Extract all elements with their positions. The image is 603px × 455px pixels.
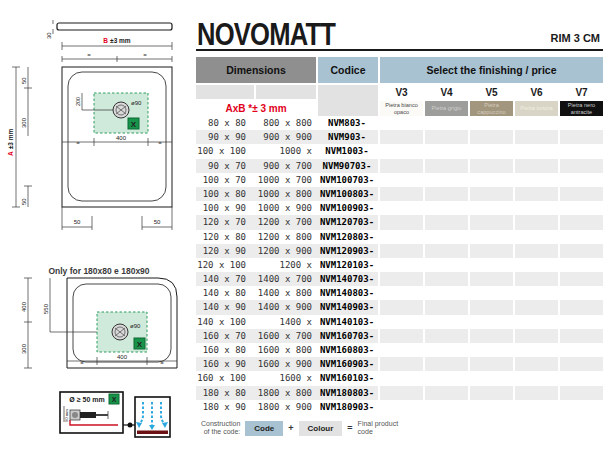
price-cell-v3 xyxy=(380,315,423,329)
dim-cm: 120 x 100 xyxy=(196,258,254,272)
price-cell-v5 xyxy=(470,187,513,201)
dim-mm: 1200 x 900 xyxy=(254,244,316,258)
finishing-header: Select the finishing / price xyxy=(380,57,603,83)
dim-cm: 160 x 80 xyxy=(196,343,254,357)
result-line1: Final product xyxy=(358,420,398,427)
dim-mm: 1400 x 900 xyxy=(254,300,316,314)
price-cell-v6 xyxy=(515,386,558,400)
product-code: NVM140703- xyxy=(316,272,378,286)
dim-cm: 120 x 90 xyxy=(196,244,254,258)
dim-mm: 1400 x 800 xyxy=(254,286,316,300)
price-cell-v4 xyxy=(425,329,468,343)
price-cell-v7 xyxy=(560,244,603,258)
finish-version-v3: V3 xyxy=(380,85,423,99)
price-cell-v5 xyxy=(470,386,513,400)
dim-mm: 1600 x 1000 xyxy=(254,371,316,385)
price-cell-v3 xyxy=(380,159,423,173)
table-row: 180 x 901800 x 900NVM180903- xyxy=(196,400,603,414)
price-cell-v7 xyxy=(560,187,603,201)
price-cell-v4 xyxy=(425,343,468,357)
table-row: 160 x 801600 x 800NVM160803- xyxy=(196,343,603,357)
price-cell-v4 xyxy=(425,357,468,371)
product-code: NVM160803- xyxy=(316,343,378,357)
price-table: Dimensions Codice Select the finishing /… xyxy=(196,57,603,415)
price-cell-v3 xyxy=(380,130,423,144)
plus-sign: + xyxy=(288,423,293,433)
table-row: 120 x 901200 x 900NVM120903- xyxy=(196,244,603,258)
price-cell-v4 xyxy=(425,173,468,187)
price-cell-v4 xyxy=(425,258,468,272)
table-row: 120 x 1001200 x 1000NVM120103- xyxy=(196,258,603,272)
price-cell-v6 xyxy=(515,116,558,130)
table-row: 140 x 901400 x 900NVM140903- xyxy=(196,300,603,314)
price-cell-v7 xyxy=(560,272,603,286)
drain-min-diameter-label: Ø ≥ 50 mm xyxy=(69,396,104,403)
dimensions-header: Dimensions xyxy=(196,57,316,83)
drain-height-label: 90 mm xyxy=(64,409,69,422)
dim-cm: 90 x 70 xyxy=(196,159,254,173)
dim-b-label: B±3 mm xyxy=(103,37,130,44)
d2-center-label: 550 xyxy=(43,303,49,314)
price-cell-v4 xyxy=(425,272,468,286)
price-cell-v4 xyxy=(425,286,468,300)
product-code: NVM180803- xyxy=(316,386,378,400)
price-cell-v5 xyxy=(470,130,513,144)
price-cell-v4 xyxy=(425,215,468,229)
product-code: NVM160903- xyxy=(316,357,378,371)
codice-header: Codice xyxy=(318,57,378,83)
finish-name-v4: Pietra grigio xyxy=(425,101,468,116)
dimensions-note: AxB *± 3 mm xyxy=(196,101,316,116)
x-marker-label: X xyxy=(131,120,137,129)
zone-width-label: 400 xyxy=(117,354,128,360)
price-cell-v3 xyxy=(380,258,423,272)
table-row: 90 x 90900 x 900NVM903- xyxy=(196,130,603,144)
price-cell-v3 xyxy=(380,357,423,371)
price-cell-v3 xyxy=(380,230,423,244)
price-cell-v3 xyxy=(380,300,423,314)
finish-version-v7: V7 xyxy=(560,85,603,99)
drain-diameter-label: ø90 xyxy=(130,323,141,329)
empty-subheader-code xyxy=(318,85,378,116)
product-code: NVM160103- xyxy=(316,371,378,385)
final-product-label: Final product code xyxy=(358,420,398,437)
finish-name-v5: Pietra cappuccino xyxy=(470,101,513,116)
dim-mm: 1000 x 900 xyxy=(254,201,316,215)
price-cell-v5 xyxy=(470,329,513,343)
table-row: 80 x 80800 x 800NVM803- xyxy=(196,116,603,130)
price-cell-v7 xyxy=(560,343,603,357)
corner-offset-left-label: 50 xyxy=(74,219,81,225)
price-cell-v7 xyxy=(560,230,603,244)
dim-cm: 160 x 70 xyxy=(196,329,254,343)
price-cell-v7 xyxy=(560,173,603,187)
price-cell-v4 xyxy=(425,116,468,130)
price-cell-v7 xyxy=(560,386,603,400)
drain-offset-h-label: 200 xyxy=(75,97,81,106)
price-cell-v3 xyxy=(380,244,423,258)
price-cell-v3 xyxy=(380,215,423,229)
product-code: NVM140903- xyxy=(316,300,378,314)
dim-cm: 160 x 90 xyxy=(196,357,254,371)
table-row: 140 x 801400 x 800NVM140803- xyxy=(196,286,603,300)
price-cell-v4 xyxy=(425,159,468,173)
price-cell-v4 xyxy=(425,130,468,144)
price-cell-v6 xyxy=(515,244,558,258)
price-cell-v5 xyxy=(470,315,513,329)
dim-cm: 100 x 80 xyxy=(196,187,254,201)
dim-mm: 1800 x 900 xyxy=(254,400,316,414)
bottom-left-offset-label: 50 xyxy=(21,198,27,205)
product-code: NVM100803- xyxy=(316,187,378,201)
price-cell-v7 xyxy=(560,258,603,272)
table-row: 140 x 1001400 x 1000NVM140103- xyxy=(196,315,603,329)
tray-square-drawing: 400 300 550 ø90 X 400 = = xyxy=(10,274,190,386)
dim-cm: 180 x 90 xyxy=(196,400,254,414)
price-cell-v5 xyxy=(470,159,513,173)
table-row: 140 x 701400 x 700NVM140703- xyxy=(196,272,603,286)
price-cell-v5 xyxy=(470,215,513,229)
price-cell-v7 xyxy=(560,116,603,130)
price-cell-v6 xyxy=(515,371,558,385)
price-cell-v4 xyxy=(425,300,468,314)
dim-cm: 180 x 80 xyxy=(196,386,254,400)
x-marker-label: X xyxy=(112,396,117,403)
price-cell-v7 xyxy=(560,286,603,300)
price-cell-v6 xyxy=(515,201,558,215)
